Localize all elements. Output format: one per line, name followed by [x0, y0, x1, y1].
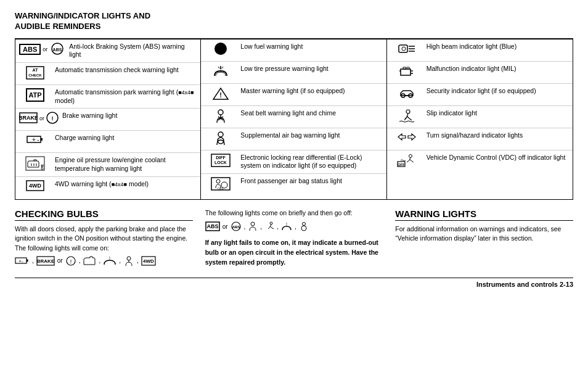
at-check-icon: AT CHECK: [26, 66, 44, 81]
icon-cell: [391, 65, 423, 80]
list-item: Engine oil pressure low/engine coolant t…: [15, 153, 200, 176]
icon-cell: AT CHECK: [19, 66, 51, 81]
svg-point-55: [409, 154, 412, 157]
security-icon: [398, 87, 415, 102]
list-item: BRAKE or ! Brake warning light: [15, 109, 200, 131]
item-description: 4WD warning light (■4x4■ model): [55, 180, 197, 189]
oil-mini-icon: [83, 256, 96, 266]
airbag-icon: [213, 131, 228, 146]
item-description: Supplemental air bag warning light: [240, 131, 382, 140]
following-lights-intro: The following lights come on briefly and…: [205, 208, 383, 218]
item-description: Front passenger air bag status light: [240, 177, 382, 186]
charge-icon: + -: [26, 134, 44, 146]
svg-text:OFF: OFF: [398, 163, 405, 167]
item-description: Anti-lock Braking System (ABS) warning l…: [69, 43, 197, 59]
list-item: Turn signal/hazard indicator lights: [387, 128, 573, 150]
following-lights-body: The following lights come on briefly and…: [205, 208, 383, 268]
svg-text:!: !: [109, 256, 110, 260]
list-item: AT CHECK Automatic transmission check wa…: [15, 63, 200, 85]
checking-bulbs-title: CHECKING BULBS: [15, 208, 193, 221]
svg-text:BRAKE: BRAKE: [37, 258, 55, 264]
abs-icon: ABS: [19, 44, 41, 55]
icon-cell: DIFF LOCK: [205, 154, 237, 168]
list-item: Supplemental air bag warning light: [201, 128, 386, 150]
list-item: ABS or ABS Anti-lock Braking System (ABS…: [15, 39, 200, 63]
bottom-sections: CHECKING BULBS With all doors closed, ap…: [15, 208, 573, 271]
icon-cell: [205, 131, 237, 146]
diff-lock-icon: DIFF LOCK: [211, 154, 231, 168]
checking-bulbs-icons-on: +- , BRAKE or ! , , ! , , 4WD: [15, 256, 193, 269]
svg-text:+: +: [32, 136, 36, 143]
seatbelt-icon: [213, 109, 228, 124]
vdc-icon: OFF: [397, 154, 417, 168]
warning-lights-section: WARNING LIGHTS For additional informatio…: [395, 208, 573, 271]
svg-text:!: !: [286, 222, 287, 226]
tire-mini2: !: [281, 221, 292, 231]
icon-cell: ABS or ABS: [19, 43, 65, 56]
item-description: High beam indicator light (Blue): [427, 43, 569, 51]
item-description: Charge warning light: [55, 134, 197, 142]
page-footer: Instruments and controls 2-13: [15, 278, 573, 288]
pass-airbag-icon: OFF: [211, 177, 231, 192]
icon-cell: [19, 156, 51, 172]
list-item: 4WD 4WD warning light (■4x4■ model): [15, 177, 200, 199]
icon-cell: [391, 109, 423, 124]
item-description: Seat belt warning light and chime: [240, 109, 382, 118]
page-container: WARNING/INDICATOR LIGHTS AND AUDIBLE REM…: [0, 0, 588, 295]
brake-mini-icon: BRAKE: [36, 256, 55, 266]
item-description: Engine oil pressure low/engine coolant t…: [55, 156, 197, 173]
list-item: ATP Automatic transmission park warning …: [15, 85, 200, 109]
icon-cell: [391, 131, 423, 144]
icon-cell: [205, 43, 237, 55]
item-description: Vehicle Dynamic Control (VDC) off indica…: [427, 154, 569, 162]
icon-cell: 4WD: [19, 180, 51, 192]
brake-icon: BRAKE: [19, 112, 38, 125]
icon-cell: [391, 87, 423, 102]
4wd-mini: 4WD: [141, 256, 156, 266]
item-description: Automatic transmission park warning ligh…: [55, 88, 197, 105]
following-lights-icons: ABS or ABS , , , ! ,: [205, 221, 383, 234]
item-description: Turn signal/hazard indicator lights: [427, 131, 569, 140]
svg-rect-12: [41, 138, 43, 141]
brake-circle-mini: !: [65, 256, 76, 266]
brake-alt-icon: !: [46, 112, 59, 125]
mil-icon: [398, 65, 415, 80]
svg-point-74: [251, 222, 255, 226]
seatbelt-mini2: [248, 221, 258, 231]
icon-cell: OFF: [391, 154, 423, 168]
item-description: Malfunction indicator light (MIL): [427, 65, 569, 73]
warning-table: ABS or ABS Anti-lock Braking System (ABS…: [15, 38, 573, 200]
svg-point-39: [402, 47, 406, 51]
airbag-mini: [299, 221, 309, 231]
svg-text:!: !: [219, 91, 222, 99]
svg-point-75: [270, 222, 272, 225]
svg-line-23: [222, 67, 223, 68]
abs-alt-icon: ABS: [49, 43, 65, 56]
list-item: Low fuel warning light: [201, 39, 386, 62]
list-item: ! Master warning light (if so equipped): [201, 84, 386, 106]
slip-mini: [264, 221, 274, 231]
svg-point-66: [127, 257, 131, 260]
icon-cell: !: [205, 65, 237, 80]
svg-point-52: [406, 110, 410, 113]
list-item: High beam indicator light (Blue): [387, 39, 573, 62]
4wd-icon: 4WD: [26, 180, 44, 192]
following-lights-section: The following lights come on briefly and…: [205, 208, 383, 271]
abs-circle-mini: ABS: [231, 221, 242, 231]
svg-rect-43: [401, 69, 410, 75]
seatbelt-mini: [123, 256, 134, 266]
svg-text:-: -: [37, 136, 39, 143]
list-item: + - Charge warning light: [15, 131, 200, 153]
col-2: Low fuel warning light !: [201, 39, 386, 199]
icon-cell: ATP: [19, 88, 51, 103]
svg-point-29: [218, 132, 223, 137]
svg-text:!: !: [70, 258, 71, 265]
svg-rect-45: [407, 67, 409, 69]
high-beam-icon: [398, 43, 416, 56]
svg-text:ABS: ABS: [232, 225, 240, 229]
svg-point-78: [301, 226, 306, 231]
svg-text:CHECK: CHECK: [28, 73, 42, 77]
icon-cell: [205, 109, 237, 124]
checking-bulbs-body: With all doors closed, apply the parking…: [15, 225, 193, 269]
list-item: Security indicator light (if so equipped…: [387, 84, 573, 106]
